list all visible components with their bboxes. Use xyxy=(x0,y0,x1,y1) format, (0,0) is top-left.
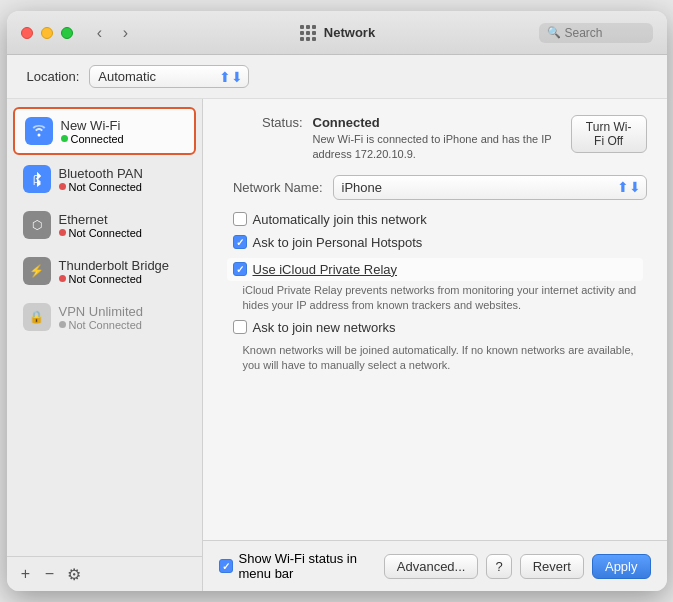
location-bar: Location: Automatic ⬆⬇ xyxy=(7,55,667,99)
wifi-status-dot xyxy=(61,135,68,142)
thunderbolt-name: Thunderbolt Bridge xyxy=(59,258,170,273)
turn-wifi-off-button[interactable]: Turn Wi-Fi Off xyxy=(571,115,647,153)
thunderbolt-icon: ⚡ xyxy=(23,257,51,285)
gear-button[interactable]: ⚙ xyxy=(63,563,85,585)
window-title: Network xyxy=(324,25,375,40)
add-network-button[interactable]: + xyxy=(15,563,37,585)
grid-icon xyxy=(300,25,316,41)
bluetooth-icon: β xyxy=(23,165,51,193)
advanced-button[interactable]: Advanced... xyxy=(384,554,479,579)
location-select[interactable]: Automatic xyxy=(89,65,249,88)
red-arrow xyxy=(203,208,213,298)
remove-network-button[interactable]: − xyxy=(39,563,61,585)
revert-button[interactable]: Revert xyxy=(520,554,584,579)
auto-join-label: Automatically join this network xyxy=(253,212,427,227)
thunderbolt-status-dot xyxy=(59,275,66,282)
show-wifi-checkbox[interactable] xyxy=(219,559,233,573)
icloud-relay-description: iCloud Private Relay prevents networks f… xyxy=(243,283,647,314)
titlebar: ‹ › Network 🔍 xyxy=(7,11,667,55)
vpn-name: VPN Unlimited xyxy=(59,304,144,319)
wifi-status: Connected xyxy=(61,133,124,145)
apply-button[interactable]: Apply xyxy=(592,554,651,579)
bottom-bar: Show Wi-Fi status in menu bar Advanced..… xyxy=(203,540,667,591)
new-networks-checkbox[interactable] xyxy=(233,320,247,334)
new-networks-label: Ask to join new networks xyxy=(253,320,396,335)
search-box[interactable]: 🔍 xyxy=(539,23,653,43)
vpn-status: Not Connected xyxy=(59,319,144,331)
vpn-status-dot xyxy=(59,321,66,328)
network-preferences-window: ‹ › Network 🔍 Location: Automatic ⬆⬇ xyxy=(7,11,667,591)
icloud-relay-row: Use iCloud Private Relay xyxy=(227,258,643,281)
sidebar-controls: + − ⚙ xyxy=(7,556,202,591)
ethernet-info: Ethernet Not Connected xyxy=(59,212,142,239)
status-label-text: Status: xyxy=(223,115,303,130)
bluetooth-status: Not Connected xyxy=(59,181,143,193)
wifi-icon xyxy=(25,117,53,145)
network-name-select[interactable]: iPhone xyxy=(333,175,647,200)
ethernet-name: Ethernet xyxy=(59,212,142,227)
ethernet-status: Not Connected xyxy=(59,227,142,239)
sidebar: New Wi-Fi Connected β xyxy=(7,99,203,591)
nav-buttons: ‹ › xyxy=(89,22,137,44)
close-button[interactable] xyxy=(21,27,33,39)
main-content: New Wi-Fi Connected β xyxy=(7,99,667,591)
auto-join-checkbox-label[interactable]: Automatically join this network xyxy=(233,212,427,227)
search-input[interactable] xyxy=(565,26,645,40)
detail-panel: Status: Connected New Wi-Fi is connected… xyxy=(203,99,667,540)
personal-hotspot-row: Ask to join Personal Hotspots xyxy=(223,235,647,250)
icloud-relay-checkbox[interactable] xyxy=(233,262,247,276)
show-wifi-label: Show Wi-Fi status in menu bar xyxy=(239,551,384,581)
personal-hotspot-label: Ask to join Personal Hotspots xyxy=(253,235,423,250)
wifi-info: New Wi-Fi Connected xyxy=(61,118,124,145)
new-networks-row: Ask to join new networks xyxy=(223,320,647,335)
network-name-row: Network Name: iPhone ⬆⬇ xyxy=(223,175,647,200)
back-button[interactable]: ‹ xyxy=(89,22,111,44)
sidebar-item-ethernet[interactable]: ⬡ Ethernet Not Connected xyxy=(13,203,196,247)
sidebar-item-new-wifi[interactable]: New Wi-Fi Connected xyxy=(13,107,196,155)
vpn-info: VPN Unlimited Not Connected xyxy=(59,304,144,331)
personal-hotspot-checkbox-label[interactable]: Ask to join Personal Hotspots xyxy=(233,235,423,250)
show-wifi-row: Show Wi-Fi status in menu bar xyxy=(219,551,384,581)
new-networks-checkbox-label[interactable]: Ask to join new networks xyxy=(233,320,396,335)
title-area: Network xyxy=(145,25,531,41)
bluetooth-info: Bluetooth PAN Not Connected xyxy=(59,166,143,193)
bottom-right-controls: Advanced... ? Revert Apply xyxy=(384,554,651,579)
location-select-wrapper: Automatic ⬆⬇ xyxy=(89,65,249,88)
wifi-name: New Wi-Fi xyxy=(61,118,124,133)
thunderbolt-status: Not Connected xyxy=(59,273,170,285)
thunderbolt-info: Thunderbolt Bridge Not Connected xyxy=(59,258,170,285)
help-button[interactable]: ? xyxy=(486,554,511,579)
forward-button[interactable]: › xyxy=(115,22,137,44)
status-value: Connected xyxy=(313,115,380,130)
new-networks-description: Known networks will be joined automatica… xyxy=(243,343,647,374)
search-icon: 🔍 xyxy=(547,26,561,39)
ethernet-status-dot xyxy=(59,229,66,236)
bluetooth-name: Bluetooth PAN xyxy=(59,166,143,181)
maximize-button[interactable] xyxy=(61,27,73,39)
svg-text:β: β xyxy=(33,174,39,185)
icloud-relay-label: Use iCloud Private Relay xyxy=(253,262,398,277)
content-wrapper: Status: Connected New Wi-Fi is connected… xyxy=(203,99,667,591)
network-name-select-wrapper: iPhone ⬆⬇ xyxy=(333,175,647,200)
sidebar-item-vpn[interactable]: 🔒 VPN Unlimited Not Connected xyxy=(13,295,196,339)
personal-hotspot-checkbox[interactable] xyxy=(233,235,247,249)
auto-join-row: Automatically join this network xyxy=(223,212,647,227)
sidebar-item-bluetooth-pan[interactable]: β Bluetooth PAN Not Connected xyxy=(13,157,196,201)
icloud-relay-checkbox-label[interactable]: Use iCloud Private Relay xyxy=(233,262,398,277)
network-name-label: Network Name: xyxy=(223,180,323,195)
status-info: Connected New Wi-Fi is connected to iPho… xyxy=(313,115,561,163)
bluetooth-status-dot xyxy=(59,183,66,190)
status-row: Status: Connected New Wi-Fi is connected… xyxy=(223,115,647,163)
location-label: Location: xyxy=(27,69,80,84)
auto-join-checkbox[interactable] xyxy=(233,212,247,226)
minimize-button[interactable] xyxy=(41,27,53,39)
icloud-relay-container: Use iCloud Private Relay iCloud Private … xyxy=(223,258,647,314)
status-description: New Wi-Fi is connected to iPhone and has… xyxy=(313,132,561,163)
vpn-icon: 🔒 xyxy=(23,303,51,331)
sidebar-item-thunderbolt[interactable]: ⚡ Thunderbolt Bridge Not Connected xyxy=(13,249,196,293)
ethernet-icon: ⬡ xyxy=(23,211,51,239)
